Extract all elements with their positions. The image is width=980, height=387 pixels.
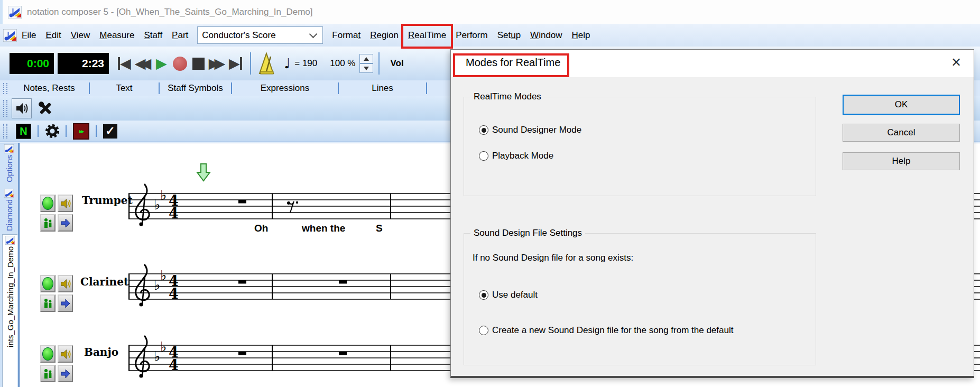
app-logo-icon	[8, 6, 22, 19]
trumpet-speaker-button[interactable]	[58, 195, 73, 212]
blue-arrow-icon	[60, 299, 71, 308]
radio-sound-designer-mode[interactable]: Sound Designer Mode	[479, 125, 581, 135]
svg-text:4: 4	[169, 285, 179, 302]
fast-forward-button[interactable]: ▶▶	[208, 52, 226, 75]
menu-view[interactable]: View	[66, 24, 95, 46]
skip-to-end-button[interactable]: ▶	[226, 52, 245, 75]
drag-handle[interactable]	[3, 124, 7, 139]
metronome-icon[interactable]	[256, 52, 276, 75]
close-icon[interactable]: ×	[951, 53, 961, 72]
menu-part[interactable]: Part	[167, 24, 193, 46]
tab-notes-rests[interactable]: Notes, Rests	[10, 80, 89, 96]
skip-to-start-button[interactable]: ◀	[115, 52, 134, 75]
trumpet-play-button[interactable]	[40, 195, 56, 212]
clarinet-staff-settings-button[interactable]	[40, 294, 56, 312]
toolbar-separator	[250, 52, 251, 75]
tab-text[interactable]: Text	[90, 80, 159, 96]
score-selector-combobox[interactable]: Conductor's Score	[197, 26, 323, 44]
menu-bar: File Edit View Measure Staff Part Conduc…	[0, 24, 980, 47]
people-icon	[43, 298, 53, 309]
radio-button-icon[interactable]	[479, 125, 488, 135]
menu-window[interactable]: Window	[525, 24, 567, 46]
clarinet-play-button[interactable]	[40, 275, 56, 292]
notation-mode-icon[interactable]: N	[16, 124, 31, 139]
trumpet-goto-button[interactable]	[58, 214, 73, 232]
menu-edit[interactable]: Edit	[41, 24, 66, 46]
sidebar-tab-label: Diamond	[5, 199, 14, 231]
group-legend: RealTime Modes	[470, 91, 544, 102]
people-icon	[43, 368, 53, 380]
sidebar-tab-options[interactable]: Options	[2, 144, 16, 187]
zoom-value: 100 %	[330, 58, 355, 69]
tools-icon[interactable]	[37, 100, 53, 116]
banjo-goto-button[interactable]	[58, 365, 73, 382]
svg-text:4: 4	[169, 357, 179, 373]
speaker-icon	[60, 349, 71, 360]
tab-lines[interactable]: Lines	[339, 80, 426, 96]
checkmark-icon[interactable]: ✓	[103, 124, 117, 139]
clarinet-goto-button[interactable]	[58, 294, 73, 312]
menu-realtime[interactable]: RealTime	[403, 24, 451, 46]
document-tab-strip: Options Diamond ints_Go_Marching_In_Demo	[0, 143, 19, 387]
blue-arrow-icon	[60, 369, 71, 379]
radio-playback-mode[interactable]: Playback Mode	[479, 151, 553, 161]
radio-button-icon[interactable]	[479, 151, 488, 161]
speaker-button[interactable]	[12, 98, 32, 118]
elapsed-time-display: 0:00	[10, 53, 54, 74]
sidebar-tab-label: Options	[5, 155, 14, 182]
total-time-display: 2:23	[58, 53, 109, 74]
realtime-modes-group: RealTime Modes Sound Designer Mode Playb…	[464, 97, 816, 196]
sidebar-tab-label: ints_Go_Marching_In_Demo	[6, 246, 15, 347]
instrument-name: Trumpet	[82, 194, 133, 207]
banjo-speaker-button[interactable]	[58, 345, 73, 363]
dialog-title-bar[interactable]: Modes for RealTime ×	[451, 50, 974, 77]
radio-use-default[interactable]: Use default	[479, 290, 538, 300]
stop-button[interactable]	[189, 52, 208, 75]
instrument-name: Clarinet	[80, 275, 128, 288]
speaker-icon	[60, 198, 71, 209]
radio-label: Create a new Sound Design file for the s…	[492, 325, 733, 336]
menu-perform[interactable]: Perform	[451, 24, 492, 46]
sidebar-tab-diamond[interactable]: Diamond	[2, 189, 16, 232]
menu-measure[interactable]: Measure	[95, 24, 139, 46]
record-mode-icon[interactable]: ▸▸	[73, 123, 89, 140]
radio-button-icon[interactable]	[479, 326, 488, 335]
ok-button[interactable]: OK	[843, 95, 960, 115]
lyric-syllable: Oh	[254, 223, 268, 234]
drag-handle[interactable]	[3, 83, 7, 94]
group-legend: Sound Design File Settings	[470, 228, 585, 238]
score-selector-value: Conductor's Score	[202, 30, 275, 41]
tab-staff-symbols[interactable]: Staff Symbols	[160, 80, 231, 96]
record-button[interactable]	[171, 52, 189, 75]
trumpet-staff-settings-button[interactable]	[40, 214, 56, 232]
menu-help[interactable]: Help	[567, 24, 595, 46]
menu-setup[interactable]: Setup	[493, 24, 525, 46]
group-intro-text: If no Sound Design file for a song exist…	[473, 253, 633, 263]
menu-file[interactable]: File	[17, 24, 41, 46]
drag-handle[interactable]	[3, 100, 7, 117]
clarinet-speaker-button[interactable]	[58, 275, 73, 292]
zoom-down-button[interactable]	[359, 63, 373, 73]
quarter-note-icon: ♩	[284, 56, 290, 71]
banjo-play-button[interactable]	[40, 345, 56, 363]
tab-expressions[interactable]: Expressions	[232, 80, 338, 96]
radio-create-new-sound-design[interactable]: Create a new Sound Design file for the s…	[479, 325, 733, 336]
sidebar-tab-current-song[interactable]: ints_Go_Marching_In_Demo	[2, 234, 17, 387]
gear-icon[interactable]	[45, 124, 59, 139]
tempo-control[interactable]: ♩ = 190	[284, 56, 317, 71]
banjo-staff-settings-button[interactable]	[40, 365, 56, 382]
rewind-button[interactable]: ◀◀	[134, 52, 152, 75]
menu-logo-icon	[3, 29, 17, 42]
zoom-up-button[interactable]	[359, 54, 373, 63]
play-button[interactable]: ▶	[152, 52, 171, 75]
radio-button-icon[interactable]	[479, 290, 488, 300]
menu-region[interactable]: Region	[365, 24, 403, 46]
cancel-button[interactable]: Cancel	[843, 124, 960, 142]
svg-text:4: 4	[169, 205, 179, 222]
help-button[interactable]: Help	[843, 152, 960, 170]
sound-design-file-settings-group: Sound Design File Settings If no Sound D…	[464, 233, 816, 365]
document-icon	[4, 144, 14, 153]
title-bar: notation composer 5 - [Oh_When_The_Saint…	[0, 0, 980, 24]
menu-format[interactable]: Format	[327, 24, 365, 46]
menu-staff[interactable]: Staff	[139, 24, 167, 46]
